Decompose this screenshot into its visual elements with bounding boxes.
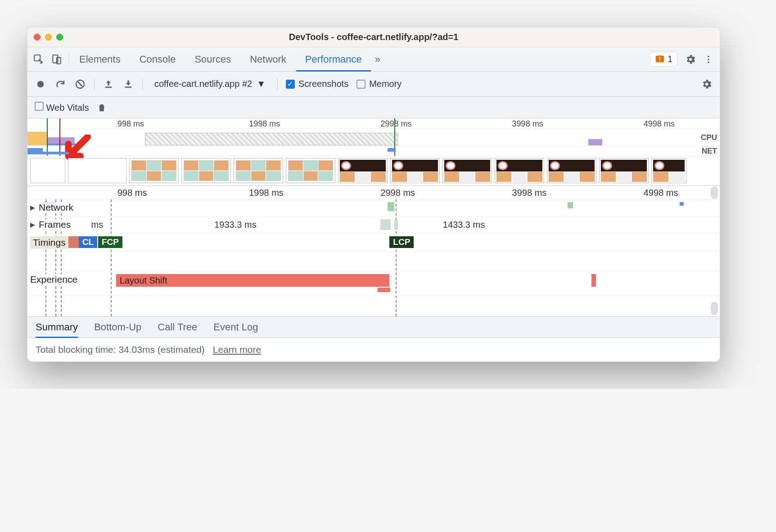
window-title: DevTools - coffee-cart.netlify.app/?ad=1 <box>27 32 720 42</box>
screenshots-toggle[interactable]: ✓ Screenshots <box>286 79 348 89</box>
tab-call-tree[interactable]: Call Tree <box>158 321 197 333</box>
thumbnail[interactable] <box>68 158 126 183</box>
blocking-time-text: Total blocking time: 34.03ms (estimated) <box>36 344 205 355</box>
overview-pane[interactable]: 998 ms 1998 ms 2998 ms 3998 ms 4998 ms C… <box>27 118 720 156</box>
frames-track-header[interactable]: Frames <box>30 219 71 230</box>
perf-toolbar-2: Web Vitals <box>27 97 720 118</box>
more-tabs-icon[interactable]: » <box>372 54 383 65</box>
net-label: NET <box>701 147 718 156</box>
reload-record-button[interactable] <box>54 78 66 90</box>
cpu-overview: CPU <box>27 129 720 146</box>
screenshots-checkbox[interactable]: ✓ <box>286 80 295 89</box>
perf-toolbar: coffee-cart.netlify.app #2 ▼ ✓ Screensho… <box>27 72 720 97</box>
collect-garbage-icon[interactable] <box>96 102 108 113</box>
experience-track[interactable]: Experience Layout Shift <box>27 271 720 296</box>
timing-lcp[interactable]: LCP <box>389 236 414 248</box>
memory-checkbox[interactable] <box>356 80 365 89</box>
thumbnail[interactable] <box>181 158 231 183</box>
profile-selector[interactable]: coffee-cart.netlify.app #2 ▼ <box>151 77 269 91</box>
cpu-label: CPU <box>700 133 718 142</box>
svg-rect-5 <box>659 60 660 61</box>
memory-toggle[interactable]: Memory <box>356 79 402 89</box>
network-track-header[interactable]: Network <box>30 202 73 213</box>
timings-track[interactable]: Timings CL FCP LCP <box>27 234 720 252</box>
profile-label: coffee-cart.netlify.app #2 <box>154 79 252 89</box>
tab-event-log[interactable]: Event Log <box>213 321 258 333</box>
tab-sources[interactable]: Sources <box>185 47 240 72</box>
filmstrip[interactable] <box>27 156 720 186</box>
svg-point-9 <box>37 81 44 87</box>
thumbnail[interactable] <box>651 158 686 183</box>
track-area[interactable]: Network Frames ms 1933.3 ms 1433.3 ms Ti… <box>27 199 720 316</box>
layout-shift-event[interactable] <box>591 274 596 287</box>
load-profile-icon[interactable] <box>103 78 114 90</box>
clear-button[interactable] <box>74 78 86 90</box>
net-overview: NET <box>27 146 720 156</box>
statusbar: Total blocking time: 34.03ms (estimated)… <box>27 338 720 361</box>
thumbnail[interactable] <box>390 158 440 183</box>
thumbnail[interactable] <box>234 158 283 183</box>
save-profile-icon[interactable] <box>122 78 134 90</box>
experience-track-header[interactable]: Experience <box>30 274 77 285</box>
dropdown-triangle-icon: ▼ <box>257 79 266 89</box>
svg-point-7 <box>708 59 709 60</box>
issues-count: 1 <box>668 54 672 64</box>
scrollbar-handle[interactable] <box>711 302 718 315</box>
thumbnail[interactable] <box>599 158 649 183</box>
svg-rect-11 <box>105 86 112 88</box>
kebab-menu-icon[interactable] <box>703 54 714 65</box>
timings-track-header[interactable]: Timings <box>30 236 68 249</box>
flamechart-ruler[interactable]: 998 ms 1998 ms 2998 ms 3998 ms 4998 ms <box>27 186 720 199</box>
learn-more-link[interactable]: Learn more <box>213 344 261 355</box>
thumbnail[interactable] <box>495 158 544 183</box>
devtools-window: DevTools - coffee-cart.netlify.app/?ad=1… <box>27 27 720 362</box>
overview-ruler: 998 ms 1998 ms 2998 ms 3998 ms 4998 ms <box>27 118 720 129</box>
timing-fcp[interactable]: FCP <box>98 236 122 248</box>
tab-performance[interactable]: Performance <box>296 47 371 72</box>
thumbnail[interactable] <box>442 158 492 183</box>
capture-settings-icon[interactable] <box>701 78 713 90</box>
tab-network[interactable]: Network <box>241 47 295 72</box>
issues-badge[interactable]: 1 <box>650 52 677 67</box>
tab-console[interactable]: Console <box>131 47 185 72</box>
tab-summary[interactable]: Summary <box>36 316 78 338</box>
panel-tabstrip: Elements Console Sources Network Perform… <box>27 47 720 72</box>
svg-rect-12 <box>125 86 132 88</box>
thumbnail[interactable] <box>129 158 179 183</box>
titlebar: DevTools - coffee-cart.netlify.app/?ad=1 <box>27 27 720 47</box>
thumbnail[interactable] <box>286 158 335 183</box>
svg-point-6 <box>708 55 709 57</box>
svg-point-8 <box>708 61 709 63</box>
inspect-element-icon[interactable] <box>33 54 45 65</box>
network-track[interactable]: Network <box>27 199 720 216</box>
tab-elements[interactable]: Elements <box>70 47 130 72</box>
device-toggle-icon[interactable] <box>51 54 63 65</box>
layout-shift-event[interactable]: Layout Shift <box>116 274 390 287</box>
web-vitals-checkbox[interactable] <box>35 102 44 111</box>
web-vitals-toggle[interactable]: Web Vitals <box>35 102 89 113</box>
frames-track[interactable]: Frames ms 1933.3 ms 1433.3 ms <box>27 216 720 234</box>
settings-icon[interactable] <box>685 54 696 65</box>
spacer-track <box>27 252 720 271</box>
thumbnail[interactable] <box>338 158 388 183</box>
tab-bottom-up[interactable]: Bottom-Up <box>94 321 141 333</box>
layout-shift-event[interactable] <box>378 288 390 292</box>
scrollbar-handle[interactable] <box>711 186 718 199</box>
record-button[interactable] <box>35 78 46 90</box>
thumbnail[interactable] <box>30 158 65 183</box>
details-tabstrip: Summary Bottom-Up Call Tree Event Log <box>27 316 720 338</box>
thumbnail[interactable] <box>547 158 596 183</box>
timing-cl[interactable]: CL <box>79 236 97 248</box>
svg-rect-4 <box>659 57 660 59</box>
